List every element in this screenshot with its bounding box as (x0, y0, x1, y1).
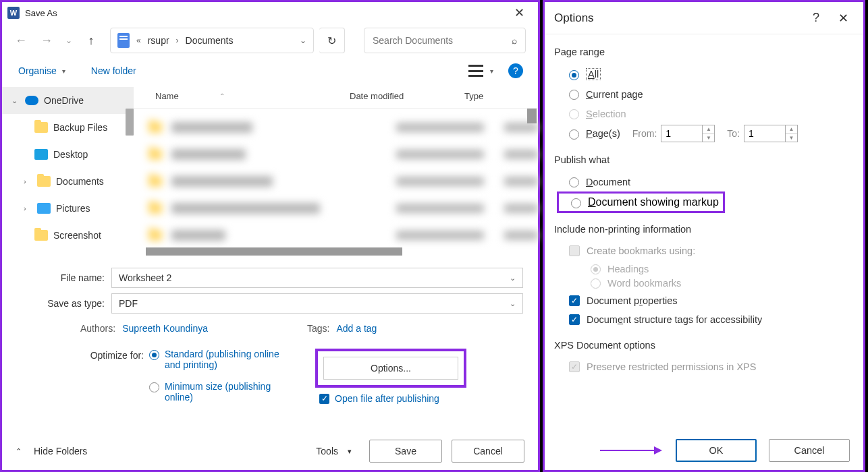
chevron-down-icon[interactable]: ⌄ (300, 36, 306, 45)
breadcrumb-user[interactable]: rsupr (148, 35, 169, 46)
page-range-all-radio[interactable]: All (554, 64, 854, 84)
publish-document-radio[interactable]: Document (554, 172, 854, 191)
tree-item-documents[interactable]: › Documents (2, 168, 134, 195)
chevron-down-icon[interactable]: ⌄ (510, 299, 516, 308)
dialog-footer: OK Cancel (600, 439, 850, 462)
chevron-down-icon[interactable]: ▾ (348, 447, 352, 456)
chevron-right-icon[interactable]: › (24, 204, 32, 212)
chevron-right-icon[interactable]: › (24, 177, 32, 185)
scrollbar[interactable] (527, 109, 537, 123)
folder-icon (37, 176, 51, 187)
save-fields: File name: Worksheet 2 ⌄ Save as type: P… (2, 253, 538, 413)
filename-input[interactable]: Worksheet 2 ⌄ (111, 268, 523, 288)
page-range-pages-radio[interactable]: Page(s) (569, 128, 620, 140)
column-type[interactable]: Type (464, 91, 527, 101)
chevron-up-icon[interactable]: ⌃ (16, 447, 22, 456)
tree-item-pictures[interactable]: › Pictures (2, 195, 134, 222)
chevron-down-icon[interactable]: ⌄ (11, 96, 20, 105)
radio-icon (591, 264, 601, 274)
save-as-dialog: W Save As ✕ ← → ⌄ ↑ « rsupr › Documents … (0, 0, 540, 472)
save-button[interactable]: Save (369, 440, 442, 463)
ok-button[interactable]: OK (676, 439, 757, 462)
tags-add[interactable]: Add a tag (336, 323, 377, 334)
spinner-arrows[interactable]: ▲▼ (786, 125, 798, 142)
checkbox-icon (569, 295, 580, 306)
bookmarks-headings-radio: Headings (554, 263, 854, 274)
checkbox-label: Create bookmarks using: (587, 245, 695, 256)
scrollbar[interactable] (126, 109, 134, 136)
breadcrumb-folder[interactable]: Documents (186, 35, 234, 46)
saveastype-select[interactable]: PDF ⌄ (111, 293, 523, 314)
up-icon[interactable]: ↑ (84, 34, 98, 48)
bookmarks-word-radio: Word bookmarks (554, 277, 854, 289)
from-input[interactable] (661, 125, 703, 142)
organise-button[interactable]: Organise (17, 63, 58, 79)
cancel-button[interactable]: Cancel (452, 440, 524, 463)
folder-icon (34, 230, 48, 241)
page-range-current-radio[interactable]: Current page (554, 84, 854, 104)
radio-label: Headings (607, 264, 649, 274)
tree-item-backup[interactable]: Backup Files (2, 114, 134, 141)
back-icon[interactable]: ← (14, 34, 28, 48)
desktop-icon (34, 149, 48, 160)
radio-icon (149, 382, 159, 392)
to-input[interactable] (744, 125, 786, 142)
radio-label: Minimum size (publishing online) (165, 381, 279, 403)
authors-value[interactable]: Supreeth Koundinya (122, 323, 208, 334)
pictures-icon (37, 203, 51, 214)
tools-dropdown[interactable]: Tools (316, 446, 338, 456)
spinner-arrows[interactable]: ▲▼ (703, 125, 715, 142)
breadcrumb[interactable]: « rsupr › Documents ⌄ (110, 28, 314, 53)
help-icon[interactable]: ? (508, 63, 523, 78)
view-icon[interactable] (468, 65, 483, 77)
radio-icon (569, 177, 579, 187)
chevron-down-icon[interactable]: ▾ (490, 67, 493, 75)
column-name[interactable]: Name ⌃ (134, 91, 350, 101)
file-list: Name ⌃ Date modified Type (134, 84, 538, 253)
tree-item-desktop[interactable]: Desktop (2, 141, 134, 168)
filename-value: Worksheet 2 (119, 272, 171, 283)
checkbox-label: Open file after publishing (335, 393, 439, 404)
tree-item-screenshot[interactable]: Screenshot (2, 222, 134, 249)
help-icon[interactable]: ? (803, 11, 830, 25)
open-after-checkbox[interactable]: Open file after publishing (319, 393, 523, 404)
search-box[interactable]: ⌕ (364, 28, 526, 53)
sort-asc-icon: ⌃ (219, 92, 225, 100)
hide-folders-button[interactable]: Hide Folders (34, 446, 87, 456)
navigation-bar: ← → ⌄ ↑ « rsupr › Documents ⌄ ↻ ⌕ (2, 24, 538, 57)
radio-icon (591, 278, 601, 289)
options-button[interactable]: Options... (323, 357, 458, 380)
publish-markup-radio[interactable]: DDocument showing markupocument showing … (588, 196, 719, 208)
column-headers: Name ⌃ Date modified Type (134, 84, 538, 109)
radio-icon (569, 129, 579, 140)
close-icon[interactable]: ✕ (506, 5, 533, 20)
optimize-minimum-radio[interactable]: Minimum size (publishing online) (149, 381, 321, 403)
forward-icon[interactable]: → (40, 34, 53, 48)
optimize-standard-radio[interactable]: Standard (publishing online and printing… (149, 349, 321, 370)
tree-item-onedrive[interactable]: ⌄ OneDrive (2, 87, 134, 114)
doc-properties-checkbox[interactable]: Document properties (554, 291, 854, 310)
checkbox-icon (569, 245, 580, 256)
chevron-down-icon[interactable]: ▾ (62, 67, 65, 75)
horizontal-scrollbar[interactable] (146, 247, 402, 256)
close-icon[interactable]: ✕ (830, 11, 857, 26)
section-publish-what: Publish what (554, 154, 854, 165)
saveastype-label: Save as type: (17, 298, 111, 309)
history-chevron-icon[interactable]: ⌄ (65, 36, 72, 45)
tree-item-label: OneDrive (44, 95, 84, 106)
to-label: To: (727, 128, 740, 139)
radio-icon (571, 198, 581, 208)
document-folder-icon (117, 33, 130, 48)
titlebar: Options ? ✕ (545, 2, 863, 34)
cancel-button[interactable]: Cancel (769, 439, 850, 462)
refresh-icon[interactable]: ↻ (319, 28, 345, 53)
search-input[interactable] (373, 35, 512, 46)
structure-tags-checkbox[interactable]: Document structure tags for accessibilit… (554, 310, 854, 329)
checkbox-icon (569, 314, 580, 325)
toolbar: Organise ▾ New folder ▾ ? (2, 57, 538, 84)
new-folder-button[interactable]: New folder (90, 63, 138, 79)
column-date[interactable]: Date modified (350, 91, 464, 101)
file-rows-blurred (134, 109, 538, 253)
search-icon[interactable]: ⌕ (512, 35, 517, 46)
chevron-down-icon[interactable]: ⌄ (510, 274, 516, 283)
